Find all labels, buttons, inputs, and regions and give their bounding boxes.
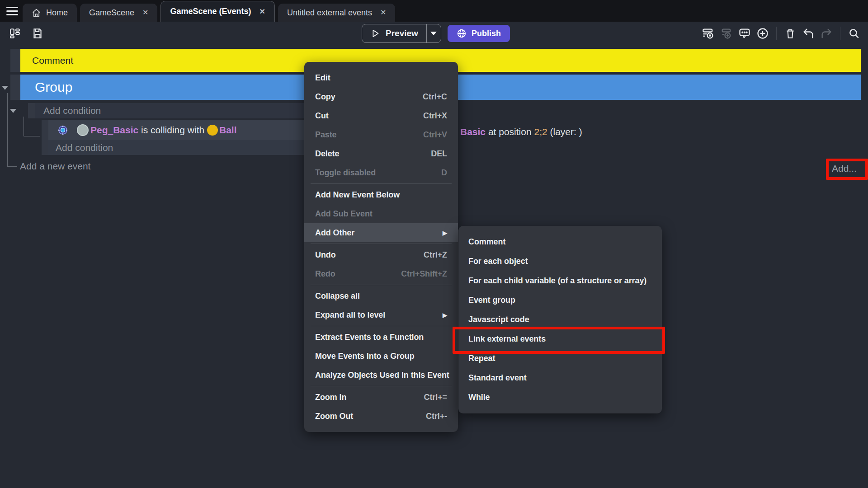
- menu-item-label: For each child variable (of a structure …: [468, 276, 646, 286]
- add-condition-link-sub[interactable]: Add condition: [48, 140, 304, 155]
- condition-row[interactable]: Peg_Basic is colliding with Ball: [48, 120, 304, 140]
- preview-label: Preview: [386, 28, 418, 38]
- main-menu-hamburger-icon[interactable]: [6, 5, 22, 17]
- preview-options-dropdown[interactable]: [426, 24, 441, 42]
- menu-item-label: Move Events into a Group: [315, 352, 415, 361]
- toolbar-divider: [840, 27, 840, 40]
- event-drag-handle[interactable]: [10, 75, 20, 100]
- menu-item-javascript-code[interactable]: Javascript code: [458, 310, 662, 329]
- menu-separator: [311, 183, 452, 184]
- menu-item-undo[interactable]: UndoCtrl+Z: [304, 245, 458, 264]
- menu-item-shortcut: Ctrl+V: [423, 130, 447, 140]
- toolbar-left-group: [7, 26, 45, 41]
- collapse-event-icon[interactable]: [10, 109, 16, 113]
- menu-item-shortcut: Ctrl+-: [426, 412, 447, 421]
- menu-item-copy[interactable]: CopyCtrl+C: [304, 87, 458, 106]
- menu-item-edit[interactable]: Edit: [304, 68, 458, 87]
- add-circle-icon[interactable]: [755, 26, 770, 41]
- menu-item-label: Edit: [315, 73, 330, 83]
- redo-icon[interactable]: [819, 26, 834, 41]
- menu-item-event-group[interactable]: Event group: [458, 291, 662, 310]
- menu-item-toggle-disabled[interactable]: Toggle disabledD: [304, 163, 458, 182]
- peg-object-icon: [77, 124, 89, 136]
- preview-button[interactable]: Preview: [362, 24, 426, 42]
- close-icon[interactable]: ✕: [259, 8, 265, 15]
- menu-item-label: Redo: [315, 269, 335, 279]
- event-drag-handle[interactable]: [42, 120, 48, 155]
- panels-icon[interactable]: [7, 26, 23, 41]
- menu-item-zoom-out[interactable]: Zoom OutCtrl+-: [304, 407, 458, 426]
- action-text: at position: [486, 127, 534, 137]
- menu-item-comment[interactable]: Comment: [458, 232, 662, 252]
- menu-item-expand-all-to-level[interactable]: Expand all to level▶: [304, 305, 458, 324]
- menu-item-move-events-into-a-group[interactable]: Move Events into a Group: [304, 347, 458, 366]
- tab-gamescene[interactable]: GameScene✕: [80, 4, 157, 22]
- publish-button[interactable]: Publish: [448, 25, 510, 42]
- menu-item-label: Comment: [468, 237, 505, 247]
- menu-item-for-each-object[interactable]: For each object: [458, 252, 662, 271]
- menu-item-label: Event group: [468, 296, 515, 305]
- menu-item-label: Add Other: [315, 228, 354, 238]
- play-icon: [370, 28, 380, 38]
- menu-item-label: Extract Events to a Function: [315, 333, 424, 342]
- menu-item-delete[interactable]: DeleteDEL: [304, 144, 458, 163]
- menu-item-add-new-event-below[interactable]: Add New Event Below: [304, 185, 458, 204]
- menu-item-for-each-child-variable-of-a-structure-or-array[interactable]: For each child variable (of a structure …: [458, 271, 662, 291]
- menu-item-add-sub-event[interactable]: Add Sub Event: [304, 204, 458, 223]
- add-other-submenu: CommentFor each objectFor each child var…: [458, 226, 662, 413]
- menu-item-label: Zoom In: [315, 393, 346, 402]
- event-drag-handle[interactable]: [10, 49, 20, 72]
- home-icon: [32, 8, 41, 18]
- event-drag-handle[interactable]: [28, 103, 35, 118]
- tree-guide-line: [24, 117, 24, 136]
- menu-item-shortcut: Ctrl+C: [423, 92, 447, 102]
- menu-item-extract-events-to-a-function[interactable]: Extract Events to a Function: [304, 328, 458, 347]
- submenu-arrow-icon: ▶: [443, 230, 447, 236]
- search-icon[interactable]: [846, 26, 862, 41]
- add-event-icon[interactable]: [701, 26, 716, 41]
- tab-gamescene-events[interactable]: GameScene (Events)✕: [160, 1, 274, 22]
- add-action-button[interactable]: Add...: [832, 163, 857, 174]
- menu-item-label: Analyze Objects Used in this Event: [315, 371, 449, 380]
- add-comment-icon[interactable]: [737, 26, 752, 41]
- menu-item-zoom-in[interactable]: Zoom InCtrl+=: [304, 388, 458, 407]
- toolbar-right-group: [701, 26, 862, 41]
- toolbar-divider: [776, 27, 777, 40]
- add-new-event-link[interactable]: Add a new event: [20, 161, 90, 172]
- menu-item-repeat[interactable]: Repeat: [458, 349, 662, 368]
- add-condition-link[interactable]: Add condition: [35, 103, 304, 118]
- collapse-group-icon[interactable]: [2, 86, 8, 90]
- action-row-partial[interactable]: Basic at position 2;2 (layer: ): [460, 123, 582, 141]
- menu-item-cut[interactable]: CutCtrl+X: [304, 106, 458, 125]
- toolbar: Preview Publish: [0, 22, 868, 45]
- add-new-event-label: Add a new event: [20, 161, 90, 171]
- menu-item-add-other[interactable]: Add Other▶: [304, 223, 458, 242]
- close-icon[interactable]: ✕: [142, 9, 148, 16]
- close-icon[interactable]: ✕: [380, 9, 386, 16]
- undo-icon[interactable]: [801, 26, 816, 41]
- menu-item-standard-event[interactable]: Standard event: [458, 368, 662, 388]
- menu-item-label: Toggle disabled: [315, 168, 376, 178]
- tab-label: GameScene: [89, 8, 134, 18]
- menu-separator: [311, 326, 452, 326]
- menu-item-label: For each object: [468, 257, 528, 266]
- menu-item-paste[interactable]: PasteCtrl+V: [304, 125, 458, 144]
- menu-item-collapse-all[interactable]: Collapse all: [304, 286, 458, 305]
- menu-item-label: Cut: [315, 111, 329, 121]
- tab-home[interactable]: Home: [23, 4, 77, 22]
- menu-item-label: Link external events: [468, 334, 546, 344]
- menu-item-label: Add New Event Below: [315, 190, 400, 200]
- add-sub-event-icon[interactable]: [719, 26, 734, 41]
- tab-untitled-external-events[interactable]: Untitled external events✕: [278, 4, 396, 22]
- globe-icon: [457, 28, 467, 38]
- menu-item-while[interactable]: While: [458, 388, 662, 407]
- menu-item-link-external-events[interactable]: Link external events: [458, 329, 662, 349]
- gdevelop-editor-window: HomeGameScene✕GameScene (Events)✕Untitle…: [0, 0, 868, 488]
- publish-label: Publish: [472, 29, 501, 38]
- delete-trash-icon[interactable]: [783, 26, 798, 41]
- save-icon[interactable]: [30, 26, 45, 41]
- tree-guide-line: [7, 93, 8, 167]
- menu-separator: [311, 386, 452, 386]
- menu-item-analyze-objects-used-in-this-event[interactable]: Analyze Objects Used in this Event: [304, 366, 458, 385]
- menu-item-redo[interactable]: RedoCtrl+Shift+Z: [304, 264, 458, 283]
